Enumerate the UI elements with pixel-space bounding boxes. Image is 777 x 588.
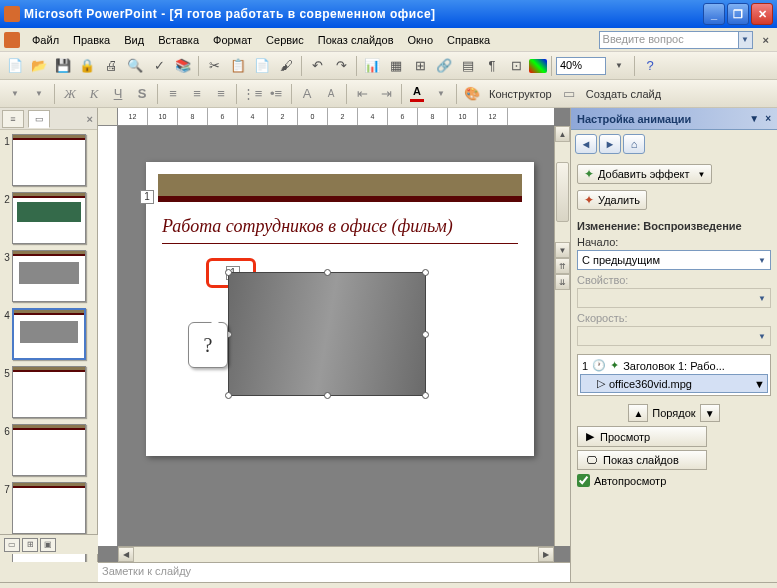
undo-icon[interactable]: ↶ bbox=[306, 55, 328, 77]
preview-icon[interactable]: 🔍 bbox=[124, 55, 146, 77]
menu-format[interactable]: Формат bbox=[207, 32, 258, 48]
align-left-icon[interactable]: ≡ bbox=[162, 83, 184, 105]
menu-tools[interactable]: Сервис bbox=[260, 32, 310, 48]
anim-tag-title[interactable]: 1 bbox=[140, 190, 154, 204]
scroll-down-icon[interactable]: ▼ bbox=[555, 242, 570, 258]
next-slide-icon[interactable]: ⇊ bbox=[555, 274, 570, 290]
remove-button[interactable]: ✦Удалить bbox=[577, 190, 647, 210]
resize-handle-sw[interactable] bbox=[225, 392, 232, 399]
paste-icon[interactable]: 📄 bbox=[251, 55, 273, 77]
redo-icon[interactable]: ↷ bbox=[330, 55, 352, 77]
slide-editor[interactable]: 12108642024681012 1 Работа сотрудников в… bbox=[98, 108, 571, 562]
table-icon[interactable]: ▦ bbox=[385, 55, 407, 77]
copy-icon[interactable]: 📋 bbox=[227, 55, 249, 77]
slide-title[interactable]: Работа сотрудников в офисе (фильм) bbox=[146, 202, 534, 243]
animation-list[interactable]: 1🕐✦Заголовок 1: Рабо... ▷office360vid.mp… bbox=[577, 354, 771, 396]
open-icon[interactable]: 📂 bbox=[28, 55, 50, 77]
font-dropdown[interactable]: ▼ bbox=[4, 83, 26, 105]
font-color-dropdown[interactable]: ▼ bbox=[430, 83, 452, 105]
resize-handle-se[interactable] bbox=[422, 392, 429, 399]
zoom-combo[interactable]: 40% bbox=[556, 57, 606, 75]
tables-borders-icon[interactable]: ⊞ bbox=[409, 55, 431, 77]
expand-icon[interactable]: ▤ bbox=[457, 55, 479, 77]
move-up-button[interactable]: ▲ bbox=[628, 404, 648, 422]
notes-pane[interactable]: Заметки к слайду bbox=[98, 562, 571, 582]
menu-view[interactable]: Вид bbox=[118, 32, 150, 48]
resize-handle-ne[interactable] bbox=[422, 269, 429, 276]
designer-button[interactable]: Конструктор bbox=[485, 88, 556, 100]
autopreview-check[interactable]: Автопросмотр bbox=[577, 474, 771, 487]
zoom-dropdown-icon[interactable]: ▼ bbox=[608, 55, 630, 77]
doc-close-button[interactable]: × bbox=[759, 34, 773, 46]
numbering-icon[interactable]: ⋮≡ bbox=[241, 83, 263, 105]
outline-tab[interactable]: ≡ bbox=[2, 110, 24, 128]
underline-icon[interactable]: Ч bbox=[107, 83, 129, 105]
save-icon[interactable]: 💾 bbox=[52, 55, 74, 77]
menu-help[interactable]: Справка bbox=[441, 32, 496, 48]
maximize-button[interactable]: ❐ bbox=[727, 3, 749, 25]
slideshow-view-icon[interactable]: ▣ bbox=[40, 538, 56, 552]
document-icon[interactable] bbox=[4, 32, 20, 48]
font-color-icon[interactable]: A bbox=[406, 85, 428, 102]
normal-view-icon[interactable]: ▭ bbox=[4, 538, 20, 552]
size-dropdown[interactable]: ▼ bbox=[28, 83, 50, 105]
decrease-indent-icon[interactable]: ⇤ bbox=[351, 83, 373, 105]
resize-handle-nw[interactable] bbox=[225, 269, 232, 276]
format-painter-icon[interactable]: 🖌 bbox=[275, 55, 297, 77]
slide-canvas[interactable]: 1 Работа сотрудников в офисе (фильм) 1 ? bbox=[146, 162, 534, 456]
new-icon[interactable]: 📄 bbox=[4, 55, 26, 77]
move-down-button[interactable]: ▼ bbox=[700, 404, 720, 422]
video-placeholder[interactable] bbox=[228, 272, 426, 396]
pane-close-icon[interactable]: × bbox=[765, 113, 771, 124]
chart-icon[interactable]: 📊 bbox=[361, 55, 383, 77]
horizontal-scrollbar[interactable]: ◀ ▶ bbox=[118, 546, 554, 562]
thumb-2[interactable]: 2 bbox=[2, 192, 95, 244]
design-icon[interactable]: 🎨 bbox=[461, 83, 483, 105]
scroll-up-icon[interactable]: ▲ bbox=[555, 126, 570, 142]
showhide-icon[interactable]: ¶ bbox=[481, 55, 503, 77]
scroll-thumb[interactable] bbox=[556, 162, 569, 222]
autopreview-checkbox[interactable] bbox=[577, 474, 590, 487]
sorter-view-icon[interactable]: ⊞ bbox=[22, 538, 38, 552]
align-right-icon[interactable]: ≡ bbox=[210, 83, 232, 105]
pane-dropdown-icon[interactable]: ▼ bbox=[749, 113, 759, 124]
color-icon[interactable] bbox=[529, 59, 547, 73]
italic-icon[interactable]: К bbox=[83, 83, 105, 105]
bullets-icon[interactable]: •≡ bbox=[265, 83, 287, 105]
ask-dropdown[interactable]: ▼ bbox=[739, 31, 753, 49]
shadow-icon[interactable]: S bbox=[131, 83, 153, 105]
menu-window[interactable]: Окно bbox=[402, 32, 440, 48]
cut-icon[interactable]: ✂ bbox=[203, 55, 225, 77]
resize-handle-e[interactable] bbox=[422, 331, 429, 338]
scroll-right-icon[interactable]: ▶ bbox=[538, 547, 554, 562]
increase-font-icon[interactable]: A bbox=[296, 83, 318, 105]
nav-home-icon[interactable]: ⌂ bbox=[623, 134, 645, 154]
decrease-font-icon[interactable]: A bbox=[320, 83, 342, 105]
add-effect-button[interactable]: ✦Добавить эффект▼ bbox=[577, 164, 712, 184]
grid-icon[interactable]: ⊡ bbox=[505, 55, 527, 77]
anim-item-1[interactable]: 1🕐✦Заголовок 1: Рабо... bbox=[580, 357, 768, 374]
minimize-button[interactable]: _ bbox=[703, 3, 725, 25]
anim-item-2[interactable]: ▷office360vid.mpg▼ bbox=[580, 374, 768, 393]
bold-icon[interactable]: Ж bbox=[59, 83, 81, 105]
spell-icon[interactable]: ✓ bbox=[148, 55, 170, 77]
new-slide-button[interactable]: Создать слайд bbox=[582, 88, 665, 100]
thumb-5[interactable]: 5 bbox=[2, 366, 95, 418]
research-icon[interactable]: 📚 bbox=[172, 55, 194, 77]
permission-icon[interactable]: 🔒 bbox=[76, 55, 98, 77]
resize-handle-s[interactable] bbox=[324, 392, 331, 399]
menu-insert[interactable]: Вставка bbox=[152, 32, 205, 48]
item-dropdown-icon[interactable]: ▼ bbox=[754, 378, 765, 390]
thumb-7[interactable]: 7 bbox=[2, 482, 95, 534]
prev-slide-icon[interactable]: ⇈ bbox=[555, 258, 570, 274]
menu-file[interactable]: Файл bbox=[26, 32, 65, 48]
menu-slideshow[interactable]: Показ слайдов bbox=[312, 32, 400, 48]
hyperlink-icon[interactable]: 🔗 bbox=[433, 55, 455, 77]
menu-edit[interactable]: Правка bbox=[67, 32, 116, 48]
nav-forward-icon[interactable]: ► bbox=[599, 134, 621, 154]
increase-indent-icon[interactable]: ⇥ bbox=[375, 83, 397, 105]
thumb-6[interactable]: 6 bbox=[2, 424, 95, 476]
ask-box[interactable]: Введите вопрос bbox=[599, 31, 739, 49]
preview-button[interactable]: ▶Просмотр bbox=[577, 426, 707, 447]
vertical-scrollbar[interactable]: ▲ ▼ ⇈ ⇊ bbox=[554, 126, 570, 546]
